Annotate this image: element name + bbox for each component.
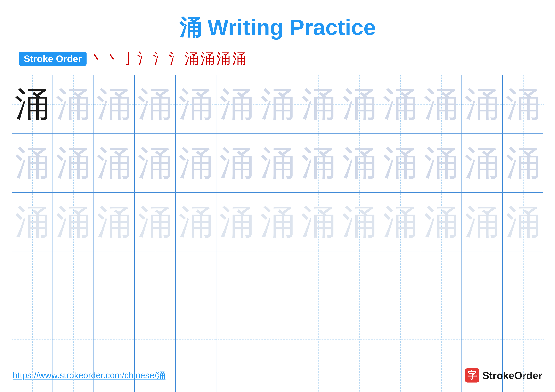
grid-cell — [53, 310, 94, 369]
grid-cell: 涌 — [462, 192, 503, 251]
grid-cell: 涌 — [421, 192, 462, 251]
grid-cell: 涌 — [53, 75, 94, 134]
char-display: 涌 — [56, 87, 91, 121]
grid-cell: 涌 — [175, 134, 216, 192]
grid-cell: 涌 — [135, 75, 175, 134]
brand-icon: 字 — [465, 368, 479, 383]
grid-cell: 涌 — [339, 134, 380, 192]
grid-cell — [175, 310, 216, 369]
stroke-6: 氵 — [169, 49, 183, 68]
grid-cell: 涌 — [257, 192, 298, 251]
grid-cell: 涌 — [380, 75, 421, 134]
grid-cell — [175, 251, 216, 310]
char-display: 涌 — [383, 87, 418, 121]
char-display: 涌 — [260, 205, 295, 239]
practice-grid: 涌 涌 涌 涌 涌 涌 涌 涌 涌 涌 涌 涌 涌 涌 涌 涌 涌 涌 涌 涌 … — [12, 75, 543, 392]
stroke-sequence: 丶 丶 亅 氵 氵 氵 涌 涌 涌 涌 — [90, 49, 246, 68]
char-display: 涌 — [465, 205, 499, 239]
grid-cell: 涌 — [135, 134, 175, 192]
char-display: 涌 — [301, 146, 336, 180]
grid-row-3: 涌 涌 涌 涌 涌 涌 涌 涌 涌 涌 涌 涌 涌 — [12, 192, 543, 251]
grid-cell — [462, 310, 503, 369]
char-display: 涌 — [219, 87, 254, 121]
char-display: 涌 — [219, 205, 254, 239]
char-display: 涌 — [424, 146, 459, 180]
grid-cell: 涌 — [53, 192, 94, 251]
footer-brand: 字 StrokeOrder — [465, 368, 542, 383]
char-display: 涌 — [260, 87, 295, 121]
char-display: 涌 — [506, 146, 540, 180]
grid-cell — [503, 251, 543, 310]
char-display: 涌 — [138, 87, 172, 121]
char-display: 涌 — [424, 87, 459, 121]
grid-cell: 涌 — [339, 75, 380, 134]
char-display: 涌 — [138, 146, 172, 180]
char-display: 涌 — [424, 205, 459, 239]
grid-cell — [421, 310, 462, 369]
grid-cell: 涌 — [462, 75, 503, 134]
grid-cell: 涌 — [339, 192, 380, 251]
char-display: 涌 — [301, 205, 336, 239]
char-display: 涌 — [15, 87, 50, 121]
stroke-order-badge: Stroke Order — [19, 52, 87, 66]
grid-cell — [380, 251, 421, 310]
grid-cell — [216, 251, 257, 310]
footer-url[interactable]: https://www.strokeorder.com/chinese/涌 — [13, 370, 166, 381]
grid-cell — [421, 251, 462, 310]
char-display: 涌 — [97, 87, 131, 121]
char-display: 涌 — [465, 146, 499, 180]
grid-cell — [94, 310, 135, 369]
grid-cell: 涌 — [216, 134, 257, 192]
grid-cell: 涌 — [257, 75, 298, 134]
grid-cell: 涌 — [216, 192, 257, 251]
char-display: 涌 — [178, 87, 213, 121]
grid-row-4 — [12, 251, 543, 310]
grid-cell: 涌 — [503, 75, 543, 134]
grid-cell: 涌 — [380, 134, 421, 192]
grid-cell — [257, 310, 298, 369]
grid-cell — [298, 251, 339, 310]
grid-cell: 涌 — [298, 75, 339, 134]
grid-cell — [135, 310, 175, 369]
grid-cell — [380, 310, 421, 369]
char-display: 涌 — [219, 146, 254, 180]
grid-cell: 涌 — [462, 134, 503, 192]
stroke-2: 丶 — [106, 49, 120, 68]
stroke-8: 涌 — [200, 49, 215, 68]
grid-cell: 涌 — [421, 75, 462, 134]
grid-cell: 涌 — [257, 134, 298, 192]
page-title: 涌 Writing Practice — [179, 13, 376, 43]
grid-cell: 涌 — [135, 192, 175, 251]
stroke-10: 涌 — [232, 49, 246, 68]
grid-cell: 涌 — [503, 134, 543, 192]
grid-cell: 涌 — [421, 134, 462, 192]
grid-cell — [135, 251, 175, 310]
grid-cell: 涌 — [12, 192, 53, 251]
char-display: 涌 — [342, 205, 377, 239]
grid-cell — [339, 251, 380, 310]
char-display: 涌 — [97, 205, 131, 239]
stroke-5: 氵 — [153, 49, 167, 68]
grid-cell: 涌 — [380, 192, 421, 251]
grid-cell: 涌 — [94, 75, 135, 134]
grid-cell: 涌 — [175, 192, 216, 251]
char-display: 涌 — [138, 205, 172, 239]
brand-name: StrokeOrder — [482, 370, 542, 381]
grid-cell: 涌 — [94, 192, 135, 251]
grid-row-5 — [12, 310, 543, 369]
brand-icon-char: 字 — [467, 369, 477, 382]
grid-cell: 涌 — [216, 75, 257, 134]
char-display: 涌 — [301, 87, 336, 121]
char-display: 涌 — [506, 205, 540, 239]
stroke-1: 丶 — [90, 49, 104, 68]
stroke-4: 氵 — [137, 49, 151, 68]
grid-row-1: 涌 涌 涌 涌 涌 涌 涌 涌 涌 涌 涌 涌 涌 — [12, 75, 543, 134]
char-display: 涌 — [97, 146, 131, 180]
grid-cell: 涌 — [53, 134, 94, 192]
stroke-3: 亅 — [121, 49, 136, 68]
grid-cell: 涌 — [298, 134, 339, 192]
grid-cell — [462, 251, 503, 310]
stroke-7: 涌 — [185, 49, 199, 68]
grid-cell: 涌 — [298, 192, 339, 251]
char-display: 涌 — [342, 146, 377, 180]
